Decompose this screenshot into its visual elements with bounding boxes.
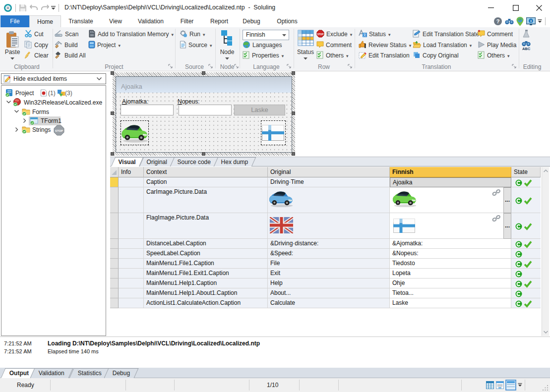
svg-text:?: ? [496,18,500,24]
svg-text:ABC: ABC [522,47,531,51]
svg-text:STOP: STOP [55,129,63,132]
svg-text:STOP: STOP [317,33,323,36]
svg-text:文: 文 [363,33,367,37]
svg-text:i: i [530,19,531,23]
